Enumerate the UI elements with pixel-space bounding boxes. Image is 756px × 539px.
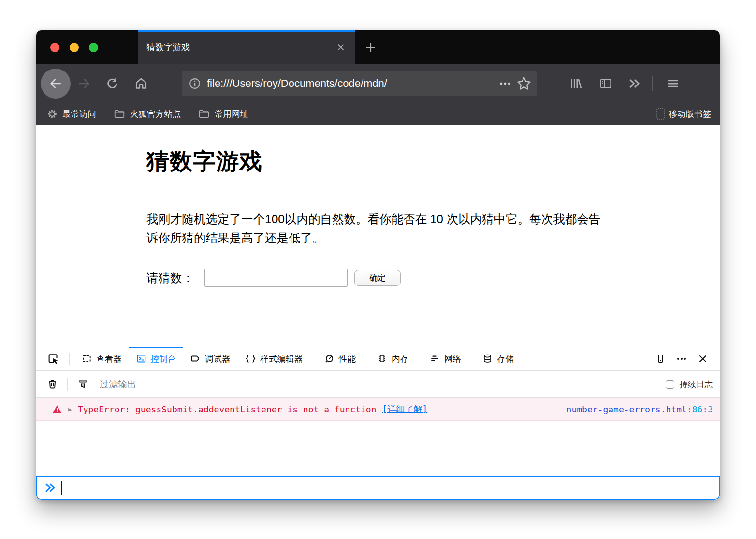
back-arrow-icon xyxy=(48,76,63,91)
meatballs-icon xyxy=(676,353,687,365)
library-icon xyxy=(569,77,582,90)
mobile-phone-icon xyxy=(656,108,665,120)
devtools-tab-inspector[interactable]: 查看器 xyxy=(74,347,129,370)
devtools-panel: 查看器 控制台 调试器 xyxy=(36,347,720,500)
element-picker-button[interactable] xyxy=(43,347,64,370)
clear-console-button[interactable] xyxy=(43,375,61,394)
error-source-location[interactable]: number-game-errors.html:86:3 xyxy=(567,404,713,414)
devtools-tab-debugger[interactable]: 调试器 xyxy=(183,347,238,370)
console-toolbar-separator xyxy=(67,378,68,391)
devtools-tab-performance[interactable]: 性能 xyxy=(317,347,363,370)
devtools-tab-network[interactable]: 网络 xyxy=(422,347,468,370)
back-button[interactable] xyxy=(41,69,71,99)
bookmark-label: 最常访问 xyxy=(62,108,96,120)
site-info-icon[interactable] xyxy=(189,77,201,90)
memory-icon xyxy=(377,354,387,364)
expand-caret-icon[interactable]: ▶ xyxy=(68,406,72,413)
folder-icon xyxy=(114,109,125,119)
home-icon xyxy=(134,77,148,90)
responsive-design-icon xyxy=(655,354,666,364)
devtools-tab-label: 查看器 xyxy=(96,353,122,365)
zoom-window-button[interactable] xyxy=(89,43,98,52)
devtools-tab-label: 内存 xyxy=(392,353,408,365)
persist-logs-label: 持续日志 xyxy=(679,379,713,390)
bookmark-star-icon[interactable] xyxy=(517,76,531,91)
close-window-button[interactable] xyxy=(50,43,59,52)
tab-title: 猜数字游戏 xyxy=(146,42,334,53)
bookmarks-toolbar: 最常访问 火狐官方站点 常用网址 移动版书签 xyxy=(36,103,720,125)
devtools-tab-label: 调试器 xyxy=(205,353,231,365)
double-chevron-right-icon xyxy=(627,76,642,91)
toolbar-right xyxy=(565,73,683,94)
sidebar-button[interactable] xyxy=(595,73,616,94)
guess-label: 请猜数： xyxy=(146,270,194,286)
page-content: 猜数字游戏 我刚才随机选定了一个100以内的自然数。看你能否在 10 次以内猜中… xyxy=(36,125,720,347)
persist-logs-checkbox[interactable] xyxy=(666,380,674,389)
tab-strip: 猜数字游戏 xyxy=(36,30,720,64)
inspector-icon xyxy=(82,354,92,364)
browser-tab[interactable]: 猜数字游戏 xyxy=(138,30,355,64)
devtools-tab-label: 存储 xyxy=(497,353,514,365)
error-source-file[interactable]: number-game-errors.html xyxy=(567,404,687,414)
menu-button[interactable] xyxy=(662,73,683,94)
learn-more-link[interactable]: [详细了解] xyxy=(382,403,428,415)
page-title: 猜数字游戏 xyxy=(146,146,720,177)
toolbar-separator xyxy=(652,76,653,91)
bookmark-folder-common[interactable]: 常用网址 xyxy=(198,108,248,120)
submit-guess-button[interactable]: 确定 xyxy=(354,270,401,286)
devtools-tab-storage[interactable]: 存储 xyxy=(475,347,521,370)
filter-output-input[interactable] xyxy=(100,379,303,390)
bookmark-label: 移动版书签 xyxy=(669,108,712,120)
devtools-tab-style-editor[interactable]: 样式编辑器 xyxy=(238,347,310,370)
funnel-icon xyxy=(77,379,88,390)
console-input-row[interactable] xyxy=(36,476,720,500)
devtools-close-button[interactable] xyxy=(694,350,712,368)
reload-button[interactable] xyxy=(102,73,123,94)
persist-logs-control[interactable]: 持续日志 xyxy=(666,379,713,390)
guess-form: 请猜数： 确定 xyxy=(146,269,720,287)
url-text[interactable]: file:///Users/roy/Documents/code/mdn/ xyxy=(207,77,494,90)
library-button[interactable] xyxy=(565,73,586,94)
intro-paragraph: 我刚才随机选定了一个100以内的自然数。看你能否在 10 次以内猜中它。每次我都… xyxy=(146,210,608,247)
reload-icon xyxy=(106,77,119,90)
devtools-tab-console[interactable]: 控制台 xyxy=(129,347,184,370)
console-error-row[interactable]: ▶ TypeError: guessSubmit.addeventListene… xyxy=(36,398,720,421)
devtools-tab-memory[interactable]: 内存 xyxy=(370,347,416,370)
new-tab-button[interactable] xyxy=(355,30,386,64)
debugger-icon xyxy=(190,354,201,364)
text-cursor xyxy=(61,481,62,495)
bookmark-mobile[interactable]: 移动版书签 xyxy=(656,108,712,120)
error-message: TypeError: guessSubmit.addeventListener … xyxy=(78,404,377,414)
tab-close-icon[interactable] xyxy=(334,41,348,54)
bookmark-folder-firefox[interactable]: 火狐官方站点 xyxy=(114,108,181,120)
guess-input[interactable] xyxy=(204,269,348,287)
url-bar[interactable]: file:///Users/roy/Documents/code/mdn/ xyxy=(182,71,537,96)
browser-window: 猜数字游戏 xyxy=(36,30,720,500)
desktop: 猜数字游戏 xyxy=(0,0,756,539)
folder-icon xyxy=(198,109,210,119)
window-controls xyxy=(36,30,138,64)
minimize-window-button[interactable] xyxy=(70,43,79,52)
bookmark-label: 常用网址 xyxy=(215,108,248,120)
page-actions-icon[interactable] xyxy=(498,77,512,90)
console-icon xyxy=(136,354,146,364)
element-picker-icon xyxy=(47,353,60,365)
console-prompt-icon xyxy=(44,481,58,495)
plus-icon xyxy=(365,42,377,53)
forward-arrow-icon xyxy=(77,76,91,91)
bookmark-most-visited[interactable]: 最常访问 xyxy=(47,108,96,120)
devtools-toolbar-right xyxy=(651,347,720,370)
bookmark-label: 火狐官方站点 xyxy=(130,108,181,120)
overflow-menu-button[interactable] xyxy=(624,73,645,94)
responsive-design-button[interactable] xyxy=(651,350,669,368)
home-button[interactable] xyxy=(131,73,152,94)
devtools-tabbar: 查看器 控制台 调试器 xyxy=(36,347,720,371)
gear-icon xyxy=(47,109,58,119)
filter-button[interactable] xyxy=(73,375,92,394)
error-icon xyxy=(53,405,61,413)
performance-icon xyxy=(324,354,334,364)
devtools-options-button[interactable] xyxy=(672,350,691,368)
console-output: ▶ TypeError: guessSubmit.addeventListene… xyxy=(36,398,720,476)
devtools-separator xyxy=(69,353,70,365)
forward-button[interactable] xyxy=(73,73,95,94)
